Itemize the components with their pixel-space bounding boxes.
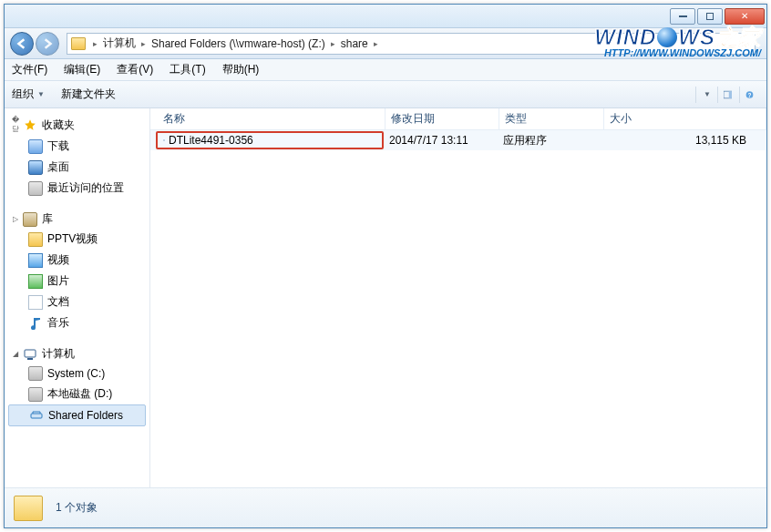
preview-pane-button[interactable]	[717, 87, 737, 103]
forward-button[interactable]	[36, 32, 59, 56]
document-icon	[28, 295, 43, 310]
sidebar-item-computer[interactable]: ◢ 计算机	[5, 344, 149, 363]
sidebar-item-shared-folders[interactable]: Shared Folders	[8, 404, 146, 426]
menu-help[interactable]: 帮助(H)	[222, 62, 260, 77]
title-bar: ✕	[5, 5, 766, 28]
menu-view[interactable]: 查看(V)	[117, 62, 153, 77]
sidebar-item-favorites[interactable]: �닫 收藏夹	[5, 114, 149, 136]
svg-text:?: ?	[748, 91, 752, 97]
svg-rect-8	[27, 358, 33, 360]
sidebar-item-pptv[interactable]: PPTV视频	[5, 229, 149, 250]
downloads-icon	[28, 139, 43, 154]
view-options-button[interactable]: ▼	[695, 87, 715, 103]
help-button[interactable]: ?	[739, 87, 759, 103]
file-type: 应用程序	[498, 133, 602, 148]
status-text: 1 个对象	[56, 500, 98, 516]
col-date[interactable]: 修改日期	[386, 108, 499, 129]
svg-rect-4	[729, 91, 732, 98]
folder-icon	[71, 37, 86, 50]
sidebar: �닫 收藏夹 下载 桌面 最近访问的位置 ▷ 库 PPTV视频 视频	[5, 108, 150, 487]
maximize-button[interactable]	[697, 8, 723, 25]
menu-tools[interactable]: 工具(T)	[170, 62, 205, 77]
network-drive-icon	[29, 408, 44, 423]
close-button[interactable]: ✕	[725, 8, 765, 25]
folder-icon	[28, 232, 43, 247]
sidebar-favorites: �닫 收藏夹 下载 桌面 最近访问的位置	[5, 114, 149, 199]
file-size: 13,115 KB	[602, 134, 766, 147]
back-button[interactable]	[10, 32, 34, 56]
explorer-window: ✕ ▸ 计算机 ▸ Shared Folders (\\vmware-host)…	[4, 4, 767, 528]
recent-icon	[28, 181, 43, 196]
music-icon	[28, 316, 43, 331]
sidebar-item-downloads[interactable]: 下载	[5, 136, 149, 157]
toolbar: 组织▼ 新建文件夹 ▼ ?	[5, 81, 766, 108]
sidebar-item-recent[interactable]: 最近访问的位置	[5, 178, 149, 199]
file-list: DTLite4491-0356 2014/7/17 13:11 应用程序 13,…	[150, 130, 766, 487]
new-folder-button[interactable]: 新建文件夹	[61, 87, 116, 102]
library-icon	[23, 212, 37, 227]
sidebar-item-drive-c[interactable]: System (C:)	[5, 363, 149, 384]
crumb-computer[interactable]: 计算机	[99, 36, 139, 51]
drive-icon	[28, 387, 43, 402]
svg-rect-9	[31, 414, 42, 418]
menu-file[interactable]: 文件(F)	[12, 62, 47, 77]
breadcrumb[interactable]: ▸ 计算机 ▸ Shared Folders (\\vmware-host) (…	[67, 33, 756, 55]
file-name: DTLite4491-0356	[169, 134, 253, 147]
menu-bar: 文件(F) 编辑(E) 查看(V) 工具(T) 帮助(H)	[5, 59, 766, 81]
column-headers: 名称 修改日期 类型 大小	[150, 108, 766, 130]
sidebar-item-documents[interactable]: 文档	[5, 292, 149, 312]
sidebar-item-desktop[interactable]: 桌面	[5, 157, 149, 178]
computer-icon	[23, 347, 37, 362]
col-type[interactable]: 类型	[499, 108, 604, 129]
status-bar: 1 个对象	[5, 487, 766, 527]
desktop-icon	[28, 160, 43, 175]
sidebar-item-pictures[interactable]: 图片	[5, 271, 149, 292]
folder-icon	[14, 496, 43, 521]
minimize-button[interactable]	[670, 8, 695, 25]
crumb-folder[interactable]: share	[337, 37, 372, 50]
sidebar-item-library[interactable]: ▷ 库	[5, 210, 149, 229]
sidebar-item-music[interactable]: 音乐	[5, 312, 149, 333]
crumb-drive[interactable]: Shared Folders (\\vmware-host) (Z:)	[148, 37, 329, 50]
col-size[interactable]: 大小	[604, 108, 766, 129]
sidebar-library: ▷ 库 PPTV视频 视频 图片 文档 音乐	[5, 210, 149, 333]
sidebar-computer: ◢ 计算机 System (C:) 本地磁盘 (D:) Shared Folde…	[5, 344, 149, 426]
organize-button[interactable]: 组织▼	[12, 87, 45, 102]
star-icon	[23, 118, 37, 132]
drive-icon	[28, 366, 43, 381]
exe-icon	[163, 139, 165, 141]
menu-edit[interactable]: 编辑(E)	[64, 62, 100, 77]
video-icon	[28, 253, 43, 268]
picture-icon	[28, 274, 43, 289]
content-pane: 名称 修改日期 类型 大小 DTLite4491-0356 2014/7/17 …	[150, 108, 766, 487]
nav-bar: ▸ 计算机 ▸ Shared Folders (\\vmware-host) (…	[5, 28, 766, 59]
col-name[interactable]: 名称	[158, 108, 386, 129]
file-row[interactable]: DTLite4491-0356 2014/7/17 13:11 应用程序 13,…	[150, 130, 766, 150]
file-date: 2014/7/17 13:11	[384, 134, 498, 147]
svg-rect-7	[25, 350, 36, 357]
sidebar-item-videos[interactable]: 视频	[5, 250, 149, 271]
sidebar-item-drive-d[interactable]: 本地磁盘 (D:)	[5, 384, 149, 404]
